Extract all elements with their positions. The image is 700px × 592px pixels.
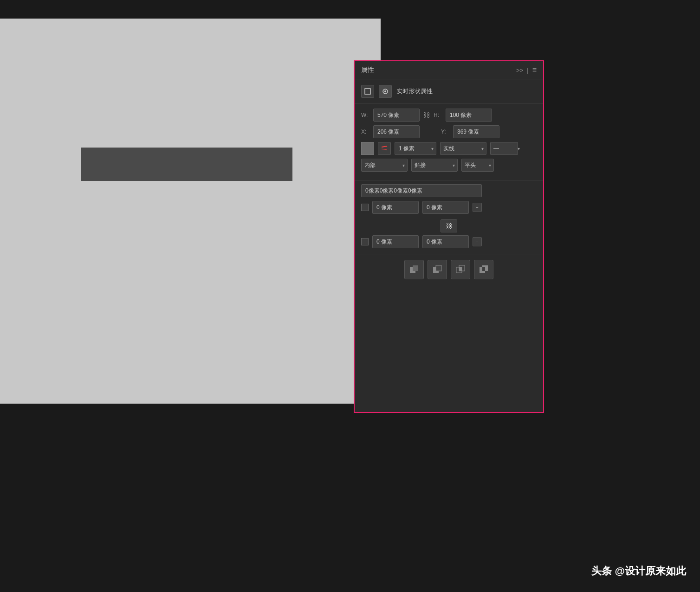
link-center-wrapper: ⛓ (361, 217, 537, 235)
y-input[interactable] (453, 125, 499, 138)
caps-select[interactable]: 平头 圆头 (461, 159, 494, 172)
svg-rect-6 (413, 265, 418, 271)
w-label: W: (361, 112, 369, 118)
top-bar (0, 0, 700, 19)
height-input[interactable] (446, 109, 492, 122)
align-select-wrapper[interactable]: 内部 外部 居中 (361, 159, 408, 172)
live-shape-icon[interactable] (379, 85, 392, 98)
stroke-size-input[interactable] (395, 142, 436, 155)
link-corners-btn[interactable]: ⛓ (441, 219, 457, 232)
svg-line-4 (382, 149, 387, 150)
bottom-corners-row: ⌐ (361, 235, 537, 248)
svg-rect-0 (365, 89, 370, 94)
link-proportions-icon[interactable]: ⛓ (423, 111, 430, 119)
panel-divider: | (527, 67, 528, 74)
panel-expand-icon[interactable]: >> (516, 67, 523, 74)
tr-radius-input[interactable] (422, 201, 469, 214)
shape-type-row: 实时形状属性 (355, 79, 543, 104)
bl-radius-input[interactable] (372, 235, 419, 248)
stroke-type-select[interactable]: 实线 虚线 (440, 142, 486, 155)
pathops-row (355, 255, 543, 284)
panel-header: 属性 >> | ≡ (355, 61, 543, 79)
stroke-color-swatch[interactable] (361, 142, 374, 155)
panel-title: 属性 (361, 66, 374, 74)
join-select-wrapper[interactable]: 斜接 圆角 斜切 (411, 159, 458, 172)
bl-check[interactable] (361, 238, 369, 245)
panel-header-controls: >> | ≡ (516, 66, 537, 74)
join-select[interactable]: 斜接 圆角 斜切 (411, 159, 458, 172)
stroke-row: 实线 虚线 — - - (361, 142, 537, 155)
panel-menu-icon[interactable]: ≡ (532, 66, 537, 74)
stroke-dropdown-wrapper[interactable]: 实线 虚线 (440, 142, 486, 155)
br-icon: ⌐ (473, 237, 482, 246)
align-row: 内部 外部 居中 斜接 圆角 斜切 平头 圆头 (361, 159, 537, 172)
stroke-dash-select[interactable]: — - - (490, 142, 518, 155)
shape-rectangle[interactable] (81, 148, 292, 181)
pathop-unite-btn[interactable] (404, 260, 424, 279)
watermark: 头条 @设计原来如此 (591, 564, 686, 578)
xy-row: X: Y: (361, 125, 537, 138)
stroke-dash-wrapper[interactable]: — - - (490, 142, 523, 155)
wh-row: W: ⛓ H: (361, 109, 537, 122)
x-input[interactable] (373, 125, 420, 138)
dimensions-section: W: ⛓ H: X: Y: (355, 104, 543, 180)
properties-panel: 属性 >> | ≡ 实时形状属性 W: ⛓ H: (354, 60, 544, 413)
caps-select-wrapper[interactable]: 平头 圆头 (461, 159, 494, 172)
pathop-intersect-btn[interactable] (451, 260, 470, 279)
tr-icon: ⌐ (473, 203, 482, 212)
svg-rect-8 (436, 265, 441, 271)
tl-radius-input[interactable] (372, 201, 419, 214)
tl-check[interactable] (361, 204, 369, 211)
y-label: Y: (441, 129, 449, 135)
watermark-text: 头条 @设计原来如此 (591, 565, 686, 577)
svg-point-2 (384, 90, 386, 92)
canvas-area (0, 0, 381, 404)
h-label: H: (434, 112, 442, 118)
vector-shape-icon[interactable] (361, 85, 374, 98)
pathop-exclude-btn[interactable] (474, 260, 493, 279)
br-radius-input[interactable] (422, 235, 469, 248)
align-select[interactable]: 内部 外部 居中 (361, 159, 408, 172)
stroke-style-icon[interactable] (378, 142, 391, 155)
svg-line-3 (382, 146, 387, 147)
corner-all-input[interactable] (361, 184, 482, 197)
top-corners-row: ⌐ (361, 201, 537, 214)
corner-section: ⌐ ⛓ ⌐ (355, 180, 543, 255)
width-input[interactable] (373, 109, 420, 122)
x-label: X: (361, 129, 369, 135)
pathop-subtract-btn[interactable] (428, 260, 447, 279)
shape-type-label: 实时形状属性 (396, 87, 433, 96)
svg-rect-11 (459, 267, 462, 271)
svg-rect-14 (482, 267, 485, 271)
stroke-size-wrapper[interactable] (395, 142, 436, 155)
